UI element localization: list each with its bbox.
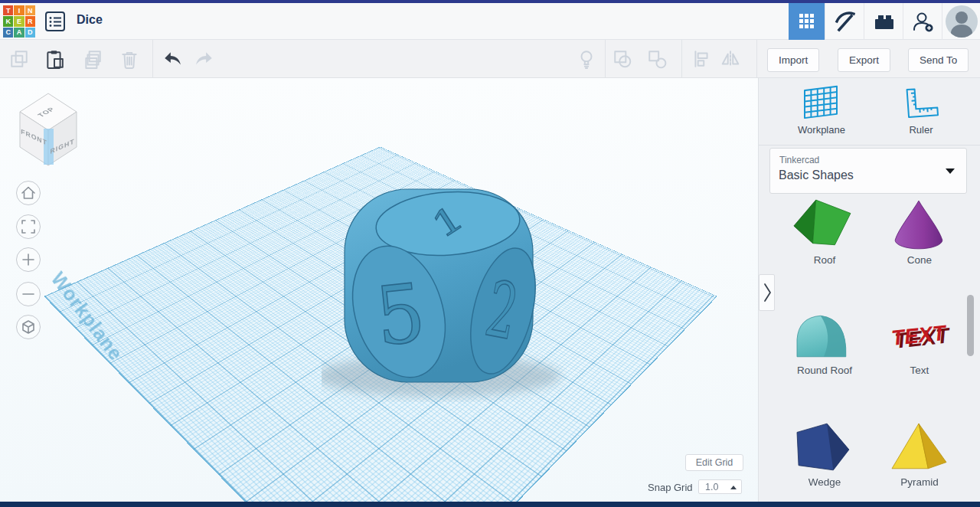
logo-cell: I [14, 5, 24, 15]
cone-shape-icon [881, 198, 958, 253]
send-to-button[interactable]: Send To [908, 48, 969, 72]
logo-cell: E [14, 16, 24, 26]
tinkercad-app: T I N K E R C A D Dice [0, 0, 980, 507]
roof-shape-icon [786, 198, 863, 253]
duplicate-button[interactable] [83, 49, 103, 69]
snap-grid-value: 1.0 [705, 482, 718, 492]
3d-viewport[interactable]: Workplane 1 5 2 [0, 78, 758, 502]
panel-collapse-button[interactable] [759, 274, 775, 311]
shapes-panel: Workplane Ruler Tinkercad Basic Shapes R [758, 78, 980, 502]
toolbar-separator [605, 40, 606, 77]
workplane-icon [782, 84, 861, 123]
shape-label: Round Roof [779, 365, 871, 376]
toolbar-separator [756, 40, 757, 77]
logo-cell: C [3, 28, 13, 38]
workplane-tool[interactable]: Workplane [782, 84, 861, 136]
dropdown-category: Tinkercad [779, 155, 819, 165]
shape-label: Cone [874, 254, 965, 266]
delete-button[interactable] [119, 49, 139, 69]
edit-toolbar: Import Export Send To [0, 40, 980, 78]
pickaxe-icon [832, 9, 857, 34]
invite-button[interactable] [903, 3, 942, 40]
redo-button[interactable] [194, 49, 214, 69]
ruler-tool[interactable]: Ruler [881, 84, 961, 136]
shape-category-dropdown[interactable]: Tinkercad Basic Shapes [769, 148, 967, 194]
logo-cell: A [14, 28, 24, 38]
panel-scrollbar-thumb[interactable] [967, 295, 974, 356]
shape-tile-round-roof[interactable]: Round Roof [779, 308, 871, 376]
zoom-out-button[interactable] [16, 282, 41, 306]
fit-view-button[interactable] [16, 214, 41, 239]
zoom-in-button[interactable] [16, 247, 41, 272]
shape-tile-wedge[interactable]: Wedge [779, 420, 871, 488]
workplane-tool-label: Workplane [782, 124, 861, 136]
tinkercad-logo[interactable]: T I N K E R C A D [3, 5, 35, 38]
toolbar-separator [681, 40, 682, 77]
logo-cell: D [25, 28, 35, 38]
view-cube[interactable]: TOP FRONT RIGHT [14, 89, 84, 170]
dice-model[interactable]: 1 5 2 [322, 172, 567, 402]
shape-tile-cone[interactable]: Cone [874, 198, 965, 266]
align-button[interactable] [691, 49, 711, 69]
toolbar-separator [152, 40, 153, 77]
paste-button[interactable] [44, 49, 64, 69]
home-view-button[interactable] [16, 181, 41, 205]
avatar [945, 5, 978, 38]
dice-number-left: 5 [371, 266, 430, 364]
chevron-right-icon [762, 280, 773, 306]
snap-grid-label: Snap Grid [648, 482, 693, 493]
list-icon [44, 10, 67, 33]
mirror-button[interactable] [720, 49, 740, 69]
shape-tile-text[interactable]: TEXT TEXT Text [874, 308, 965, 376]
chevron-down-icon [946, 168, 955, 174]
dropdown-selection: Basic Shapes [779, 168, 854, 182]
logo-cell: N [25, 5, 35, 15]
page-title: Dice [77, 13, 103, 27]
snap-grid-select[interactable]: 1.0 [698, 479, 742, 494]
profile-menu[interactable] [942, 3, 980, 40]
import-button[interactable]: Import [767, 48, 819, 72]
shape-label: Pyramid [874, 476, 965, 488]
undo-button[interactable] [162, 49, 182, 69]
text-shape-icon: TEXT TEXT [881, 308, 958, 363]
wedge-shape-icon [786, 420, 863, 475]
header-bar: T I N K E R C A D Dice [0, 3, 980, 40]
copy-button[interactable] [9, 49, 29, 69]
minecraft-button[interactable] [825, 3, 864, 40]
brick-button[interactable] [864, 3, 903, 40]
person-add-icon [910, 9, 935, 34]
caret-up-icon [730, 486, 737, 489]
header-right-icons [789, 3, 980, 40]
shape-tile-pyramid[interactable]: Pyramid [874, 420, 965, 488]
shape-label: Roof [779, 254, 871, 266]
round-roof-shape-icon [786, 308, 863, 363]
design-properties-button[interactable] [44, 10, 67, 33]
logo-cell: T [3, 5, 13, 15]
view-cube-edge-highlight [44, 129, 54, 165]
shape-tile-roof[interactable]: Roof [779, 198, 871, 266]
shape-label: Wedge [779, 476, 871, 488]
perspective-toggle-button[interactable] [16, 315, 41, 339]
brick-icon [871, 9, 896, 34]
bottom-accent-strip [0, 502, 980, 507]
group-button[interactable] [612, 49, 632, 69]
grid-icon [799, 14, 815, 29]
dashboard-button[interactable] [789, 3, 825, 40]
shape-label: Text [874, 365, 965, 376]
show-hide-button[interactable] [577, 49, 596, 69]
edit-grid-button[interactable]: Edit Grid [685, 454, 743, 471]
ruler-icon [881, 84, 961, 123]
logo-cell: K [3, 16, 13, 26]
ungroup-button[interactable] [647, 49, 667, 69]
ruler-tool-label: Ruler [881, 124, 961, 136]
pyramid-shape-icon [881, 420, 958, 475]
logo-cell: R [25, 16, 35, 26]
export-button[interactable]: Export [838, 48, 890, 72]
panel-divider [759, 145, 980, 146]
